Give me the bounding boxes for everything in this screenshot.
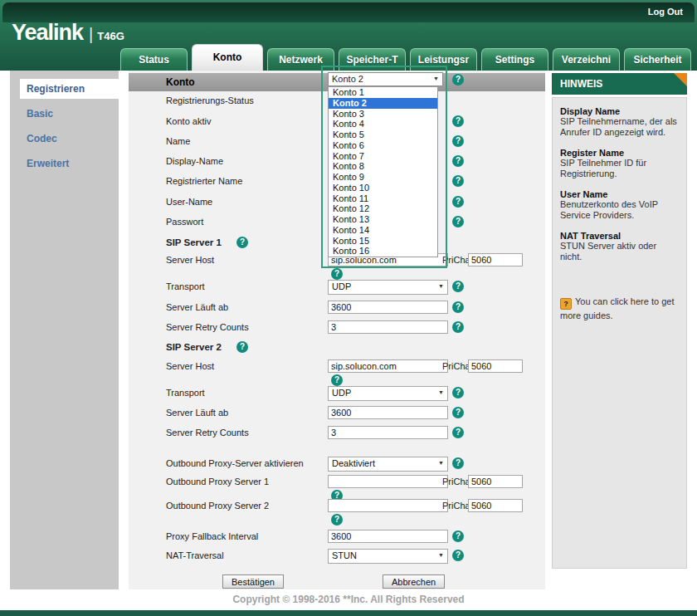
hinweis-term: Display Name: [560, 106, 679, 116]
hinweis-entry-display-name: Display Name SIP Teilnehmername, der als…: [560, 106, 679, 138]
konto-option-14[interactable]: Konto 14: [329, 225, 437, 236]
help-icon-outbound2[interactable]: ?: [331, 514, 343, 526]
sip1-expires-input[interactable]: [328, 301, 448, 314]
form-header-title: Konto: [166, 76, 195, 88]
konto-option-13[interactable]: Konto 13: [329, 214, 437, 225]
konto-option-5[interactable]: Konto 5: [329, 130, 437, 140]
help-icon-registrierter-name[interactable]: ?: [452, 175, 464, 187]
help-icon-konto-aktiv[interactable]: ?: [452, 115, 464, 127]
brand-name: Yealink: [12, 20, 83, 46]
tab-konto[interactable]: Konto: [192, 44, 263, 71]
folded-corner-icon: [674, 73, 687, 86]
help-icon-outbound-enable[interactable]: ?: [452, 457, 464, 469]
help-icon-sip2-expires[interactable]: ?: [452, 407, 464, 418]
konto-option-7[interactable]: Konto 7: [329, 151, 437, 162]
konto-option-15[interactable]: Konto 15: [329, 236, 437, 247]
hinweis-header: HINWEIS: [552, 73, 687, 95]
label-sip1-retry: Server Retry Counts: [166, 322, 249, 332]
label-passwort: Passwort: [166, 217, 203, 227]
sip1-port-input[interactable]: [468, 253, 523, 266]
help-icon-sip2-retry[interactable]: ?: [452, 427, 464, 438]
page-header: Log Out Yealink | T46G Status Konto Netz…: [0, 0, 697, 71]
outbound-proxy-2-input[interactable]: [328, 499, 448, 512]
konto-option-9[interactable]: Konto 9: [329, 172, 437, 183]
konto-option-10[interactable]: Konto 10: [329, 183, 437, 193]
help-icon-name[interactable]: ?: [452, 135, 464, 147]
label-sip2-server-host: Server Host: [166, 361, 214, 371]
sidebar-item-basic[interactable]: Basic: [10, 104, 119, 124]
konto-option-8[interactable]: Konto 8: [329, 161, 437, 172]
help-icon-nat[interactable]: ?: [452, 550, 464, 561]
help-icon-sip2[interactable]: ?: [236, 341, 248, 353]
sip2-port-input[interactable]: [468, 359, 523, 373]
sip2-expires-input[interactable]: [328, 406, 448, 419]
sip2-server-host-input[interactable]: [328, 359, 448, 373]
konto-select[interactable]: Konto 2 ▼: [328, 72, 443, 86]
hinweis-body: Display Name SIP Teilnehmername, der als…: [552, 97, 687, 569]
label-outbound-proxy-2: Outbound Proxy Server 2: [166, 501, 269, 511]
sip2-transport-select[interactable]: UDP ▼: [328, 386, 448, 401]
sidebar-item-codec[interactable]: Codec: [10, 129, 119, 149]
help-icon-sip1-host[interactable]: ?: [331, 268, 343, 280]
outbound1-port-input[interactable]: [468, 475, 523, 488]
sip1-transport-value: UDP: [332, 281, 351, 291]
hinweis-term: NAT Traversal: [560, 231, 679, 241]
konto-option-1[interactable]: Konto 1: [329, 87, 437, 98]
sip1-transport-select[interactable]: UDP ▼: [328, 280, 448, 295]
sip2-transport-value: UDP: [332, 388, 351, 398]
guide-link[interactable]: ?You can click here to get more guides.: [560, 296, 679, 321]
label-registrierungs-status: Registrierungs-Status: [166, 95, 254, 105]
nat-traversal-select[interactable]: STUN ▼: [328, 549, 448, 564]
hinweis-desc: SIP Teilnehmer ID für Registrierung.: [560, 158, 679, 179]
help-icon-sip2-host[interactable]: ?: [331, 374, 343, 386]
tab-settings[interactable]: Settings: [481, 48, 548, 71]
tab-status[interactable]: Status: [120, 48, 188, 71]
help-icon-user-name[interactable]: ?: [452, 196, 464, 208]
konto-option-16[interactable]: Konto 16: [329, 246, 437, 257]
tab-netzwerk[interactable]: Netzwerk: [267, 48, 334, 71]
hinweis-panel: HINWEIS Display Name SIP Teilnehmername,…: [552, 73, 687, 569]
hinweis-desc: SIP Teilnehmername, der als Anrufer ID a…: [560, 116, 679, 138]
outbound-proxy-1-input[interactable]: [328, 475, 448, 488]
tab-speicher[interactable]: Speicher-T: [339, 48, 406, 71]
label-outbound-enable: Outbound Proxy-Server aktivieren: [166, 458, 304, 468]
help-icon-sip1[interactable]: ?: [236, 237, 248, 248]
nat-traversal-value: STUN: [332, 550, 357, 560]
tab-verzeichnis[interactable]: Verzeichni: [553, 48, 620, 71]
hinweis-desc: STUN Server aktiv oder nicht.: [560, 241, 679, 262]
sidebar-item-registrieren[interactable]: Registrieren: [20, 79, 119, 99]
sip1-retry-input[interactable]: [328, 320, 448, 334]
help-icon-sip1-transport[interactable]: ?: [452, 281, 464, 292]
help-icon-display-name[interactable]: ?: [452, 155, 464, 167]
help-icon-sip1-expires[interactable]: ?: [452, 301, 464, 313]
label-name: Name: [166, 136, 190, 146]
help-icon-passwort[interactable]: ?: [452, 216, 464, 227]
label-sip1-server-host: Server Host: [166, 255, 214, 265]
konto-option-6[interactable]: Konto 6: [329, 140, 437, 151]
sip2-retry-input[interactable]: [328, 426, 448, 439]
brand-model: T46G: [97, 30, 124, 42]
confirm-button[interactable]: Bestätigen: [222, 574, 284, 589]
brand-logo: Yealink | T46G: [12, 20, 124, 46]
konto-option-12[interactable]: Konto 12: [329, 203, 437, 214]
cancel-button[interactable]: Abbrechen: [383, 574, 445, 589]
sidebar-item-erweitert[interactable]: Erweitert: [10, 154, 119, 174]
help-icon-sip1-retry[interactable]: ?: [452, 321, 464, 333]
tab-sicherheit[interactable]: Sicherheit: [624, 48, 691, 71]
logout-link[interactable]: Log Out: [648, 7, 683, 17]
outbound-enable-select[interactable]: Deaktiviert ▼: [328, 457, 448, 472]
tab-leistung[interactable]: Leistungsr: [410, 48, 477, 71]
konto-option-3[interactable]: Konto 3: [329, 109, 437, 120]
konto-option-11[interactable]: Konto 11: [329, 193, 437, 204]
outbound2-port-input[interactable]: [468, 499, 523, 512]
konto-option-4[interactable]: Konto 4: [329, 119, 437, 130]
konto-dropdown-list: Konto 1 Konto 2 Konto 3 Konto 4 Konto 5 …: [328, 86, 438, 257]
hinweis-entry-user-name: User Name Benutzerkonto des VoIP Service…: [560, 189, 679, 221]
proxy-fallback-input[interactable]: [328, 530, 448, 543]
help-icon-sip2-transport[interactable]: ?: [452, 387, 464, 398]
help-icon-konto[interactable]: ?: [452, 74, 464, 86]
konto-option-2[interactable]: Konto 2: [329, 98, 437, 109]
guide-text: You can click here to get more guides.: [560, 296, 674, 320]
help-icon-fallback[interactable]: ?: [452, 530, 464, 542]
outbound-enable-value: Deaktiviert: [332, 458, 375, 468]
